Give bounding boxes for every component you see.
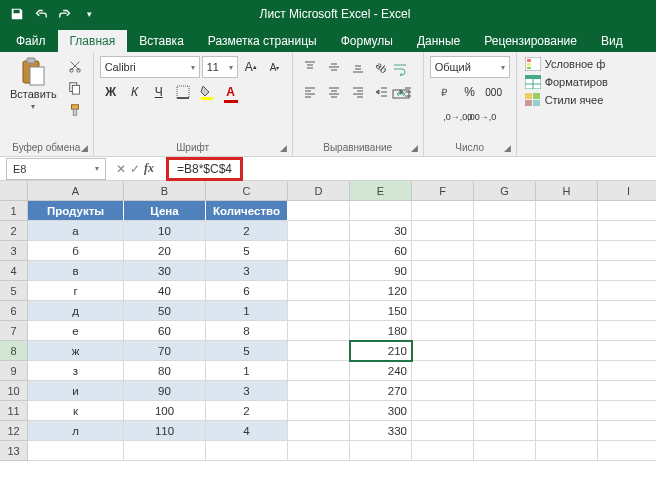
- column-header[interactable]: D: [288, 181, 350, 201]
- cell[interactable]: [412, 361, 474, 381]
- cell[interactable]: е: [28, 321, 124, 341]
- row-header[interactable]: 6: [0, 301, 28, 321]
- cell[interactable]: 60: [350, 241, 412, 261]
- row-header[interactable]: 1: [0, 201, 28, 221]
- cell[interactable]: 90: [124, 381, 206, 401]
- cell[interactable]: [412, 261, 474, 281]
- tab-file[interactable]: Файл: [4, 30, 58, 52]
- cell[interactable]: [412, 381, 474, 401]
- cell[interactable]: [412, 321, 474, 341]
- align-center-icon[interactable]: [323, 81, 345, 103]
- cell[interactable]: к: [28, 401, 124, 421]
- cell[interactable]: 100: [124, 401, 206, 421]
- cell[interactable]: [474, 201, 536, 221]
- wrap-text-icon[interactable]: [387, 58, 415, 80]
- cell[interactable]: [474, 321, 536, 341]
- cell[interactable]: [412, 201, 474, 221]
- cell[interactable]: б: [28, 241, 124, 261]
- cell[interactable]: 80: [124, 361, 206, 381]
- cell[interactable]: [288, 201, 350, 221]
- cell[interactable]: 3: [206, 381, 288, 401]
- italic-button[interactable]: К: [124, 81, 146, 103]
- merge-center-icon[interactable]: [387, 83, 415, 105]
- cell[interactable]: 20: [124, 241, 206, 261]
- cell[interactable]: [288, 441, 350, 461]
- cell[interactable]: [288, 261, 350, 281]
- cell[interactable]: [598, 281, 656, 301]
- cell[interactable]: [288, 381, 350, 401]
- cell[interactable]: [536, 421, 598, 441]
- cell[interactable]: 210: [350, 341, 412, 361]
- column-header[interactable]: B: [124, 181, 206, 201]
- cell[interactable]: [598, 321, 656, 341]
- accounting-format-icon[interactable]: ₽: [435, 81, 457, 103]
- cell[interactable]: [350, 201, 412, 221]
- cell[interactable]: л: [28, 421, 124, 441]
- cell[interactable]: [536, 261, 598, 281]
- cell[interactable]: [536, 321, 598, 341]
- cell[interactable]: 120: [350, 281, 412, 301]
- table-header-cell[interactable]: Количество: [206, 201, 288, 221]
- cell[interactable]: [474, 441, 536, 461]
- percent-format-icon[interactable]: %: [459, 81, 481, 103]
- cell[interactable]: [474, 381, 536, 401]
- cell[interactable]: [288, 221, 350, 241]
- cell[interactable]: 60: [124, 321, 206, 341]
- cell[interactable]: 30: [350, 221, 412, 241]
- cell[interactable]: 1: [206, 301, 288, 321]
- cell[interactable]: [598, 241, 656, 261]
- format-as-table-button[interactable]: Форматиров: [523, 74, 610, 90]
- select-all-corner[interactable]: [0, 181, 28, 201]
- row-header[interactable]: 8: [0, 341, 28, 361]
- cell[interactable]: 70: [124, 341, 206, 361]
- paste-button[interactable]: Вставить ▾: [6, 56, 61, 113]
- row-header[interactable]: 10: [0, 381, 28, 401]
- row-header[interactable]: 7: [0, 321, 28, 341]
- cell[interactable]: 150: [350, 301, 412, 321]
- table-header-cell[interactable]: Цена: [124, 201, 206, 221]
- cell[interactable]: 300: [350, 401, 412, 421]
- cell[interactable]: [536, 361, 598, 381]
- cell[interactable]: [598, 301, 656, 321]
- fill-color-icon[interactable]: [196, 81, 218, 103]
- increase-font-icon[interactable]: A▴: [240, 56, 262, 78]
- cell[interactable]: 330: [350, 421, 412, 441]
- cell[interactable]: [412, 441, 474, 461]
- cell[interactable]: 8: [206, 321, 288, 341]
- cell[interactable]: [288, 341, 350, 361]
- cell[interactable]: [536, 341, 598, 361]
- underline-button[interactable]: Ч: [148, 81, 170, 103]
- cell[interactable]: [288, 401, 350, 421]
- cell[interactable]: 3: [206, 261, 288, 281]
- cell[interactable]: 5: [206, 241, 288, 261]
- tab-insert[interactable]: Вставка: [127, 30, 196, 52]
- fx-icon[interactable]: fx: [144, 161, 154, 176]
- cell[interactable]: [536, 301, 598, 321]
- copy-icon[interactable]: [63, 78, 87, 98]
- tab-data[interactable]: Данные: [405, 30, 472, 52]
- cell[interactable]: [474, 281, 536, 301]
- cell[interactable]: 1: [206, 361, 288, 381]
- cell[interactable]: 240: [350, 361, 412, 381]
- cell[interactable]: [598, 361, 656, 381]
- cell[interactable]: [28, 441, 124, 461]
- tab-review[interactable]: Рецензирование: [472, 30, 589, 52]
- align-middle-icon[interactable]: [323, 56, 345, 78]
- cell[interactable]: [474, 261, 536, 281]
- cell[interactable]: [350, 441, 412, 461]
- cell[interactable]: [288, 361, 350, 381]
- cell[interactable]: [288, 421, 350, 441]
- column-header[interactable]: G: [474, 181, 536, 201]
- cell[interactable]: 270: [350, 381, 412, 401]
- cell[interactable]: [598, 421, 656, 441]
- font-size-combo[interactable]: 11▾: [202, 56, 238, 78]
- tab-page-layout[interactable]: Разметка страницы: [196, 30, 329, 52]
- cell[interactable]: [536, 401, 598, 421]
- cell[interactable]: [536, 201, 598, 221]
- cell[interactable]: 4: [206, 421, 288, 441]
- cell[interactable]: [288, 281, 350, 301]
- clipboard-launcher-icon[interactable]: ◢: [79, 142, 91, 154]
- cell[interactable]: 180: [350, 321, 412, 341]
- cell[interactable]: и: [28, 381, 124, 401]
- column-header[interactable]: H: [536, 181, 598, 201]
